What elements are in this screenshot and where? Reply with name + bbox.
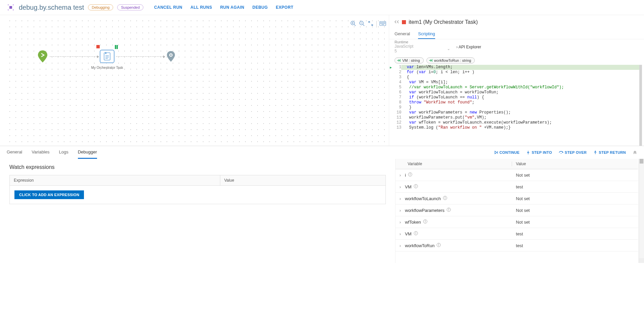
variable-row[interactable]: ›VM test — [396, 228, 638, 240]
variable-row[interactable]: ›i Not set — [396, 169, 638, 181]
header-actions: CANCEL RUN ALL RUNS RUN AGAIN DEBUG EXPO… — [154, 5, 293, 10]
chevron-right-icon[interactable]: › — [396, 243, 405, 248]
debug-actions: CONTINUE STEP INTO STEP OVER STEP RETURN — [494, 150, 637, 155]
breakpoint-icon[interactable] — [96, 45, 100, 48]
param-chip-workflow[interactable]: workflowToRun : string — [426, 57, 475, 63]
info-icon[interactable] — [447, 208, 451, 213]
step-over-icon — [559, 150, 563, 154]
workflow-end-node[interactable] — [166, 50, 176, 62]
workflow-task-label: My Orchestrator Task — [91, 66, 123, 70]
tab-variables-bottom[interactable]: Variables — [32, 146, 49, 159]
variable-name: workflowToRun — [405, 243, 512, 248]
debug-button[interactable]: DEBUG — [252, 5, 268, 10]
zoom-in-icon[interactable] — [350, 20, 356, 28]
toolbar-divider — [376, 21, 377, 28]
variable-row[interactable]: ›workflowToRun test — [396, 240, 638, 252]
step-into-button[interactable]: STEP INTO — [526, 150, 552, 154]
chevron-right-icon[interactable]: › — [396, 220, 405, 225]
svg-point-19 — [382, 24, 382, 24]
expand-panel-icon[interactable] — [633, 150, 637, 155]
step-return-button[interactable]: STEP RETURN — [593, 150, 626, 154]
variable-row[interactable]: ›wfToken Not set — [396, 216, 638, 228]
variable-value: Not set — [512, 208, 638, 213]
svg-point-29 — [170, 54, 172, 56]
svg-point-18 — [381, 24, 381, 24]
chevron-right-icon[interactable]: › — [396, 184, 405, 189]
info-icon[interactable] — [414, 184, 418, 189]
svg-rect-1 — [8, 4, 9, 5]
chevron-right-icon[interactable]: › — [396, 231, 405, 236]
variables-panel: Variable Value ›i Not set›VM test›workfl… — [396, 159, 644, 263]
chevron-right-icon[interactable]: › — [396, 208, 405, 213]
info-icon[interactable] — [408, 172, 412, 178]
chevron-right-icon[interactable]: › — [396, 196, 405, 201]
vars-col-value: Value — [512, 162, 638, 166]
variable-row[interactable]: ›workflowParameters Not set — [396, 205, 638, 216]
info-icon[interactable] — [423, 219, 427, 225]
variable-value: Not set — [512, 196, 638, 201]
input-param-icon — [429, 58, 433, 62]
variable-name: i — [405, 172, 512, 178]
chevron-right-icon[interactable]: › — [396, 173, 405, 178]
tab-scripting[interactable]: Scripting — [418, 29, 435, 39]
workflow-connector — [116, 56, 165, 57]
api-explorer-link[interactable]: › API Explorer — [456, 45, 481, 49]
variable-value: Not set — [512, 220, 638, 225]
watch-table-header: Expression Value — [10, 175, 385, 186]
variable-value: Not set — [512, 173, 638, 178]
current-line-icon: ▶ — [389, 65, 394, 70]
tab-general[interactable]: General — [395, 29, 410, 39]
workflow-task-node[interactable]: My Orchestrator Task — [100, 50, 114, 63]
param-chip-vm[interactable]: VM : string — [395, 57, 424, 63]
runtime-row: Runtime JavaScript 5 ⌄ › API Explorer — [389, 39, 644, 56]
variable-value: test — [512, 184, 638, 189]
collapse-panel-icon[interactable] — [395, 20, 399, 25]
scrollbar[interactable] — [639, 159, 644, 263]
svg-rect-24 — [104, 53, 110, 60]
tab-debugger-bottom[interactable]: Debugger — [78, 146, 97, 159]
keyboard-icon[interactable] — [379, 21, 386, 27]
page-title: debug.by.schema test — [19, 4, 84, 11]
svg-point-56 — [439, 244, 439, 244]
header: debug.by.schema test Debugging Suspended… — [0, 0, 644, 15]
svg-point-14 — [382, 22, 382, 23]
variable-name: wfToken — [405, 219, 512, 225]
workflow-start-node[interactable] — [37, 50, 48, 63]
watch-title: Watch expressions — [9, 164, 386, 170]
run-again-button[interactable]: RUN AGAIN — [220, 5, 244, 10]
tab-general-bottom[interactable]: General — [7, 146, 22, 159]
detail-header: item1 (My Orchestrator Task) — [389, 15, 644, 29]
workflow-canvas[interactable]: My Orchestrator Task — [7, 18, 389, 146]
variable-name: VM — [405, 231, 512, 236]
chevron-right-icon: › — [456, 45, 458, 49]
variable-name: workflowParameters — [405, 208, 512, 213]
svg-rect-3 — [8, 9, 9, 10]
code-content[interactable]: var len=VMs.length; for (var i=0; i < le… — [404, 65, 639, 146]
code-editor[interactable]: ▶ 12345678910111213 var len=VMs.length; … — [389, 65, 642, 146]
svg-point-21 — [384, 24, 384, 24]
info-icon[interactable] — [414, 231, 418, 236]
zoom-out-icon[interactable] — [359, 20, 365, 28]
export-button[interactable]: EXPORT — [276, 5, 293, 10]
step-over-button[interactable]: STEP OVER — [559, 150, 587, 154]
info-icon[interactable] — [436, 243, 441, 248]
info-icon[interactable] — [443, 196, 447, 201]
scrollbar-thumb[interactable] — [640, 159, 643, 164]
variable-row[interactable]: ›VM test — [396, 181, 638, 193]
detail-tabs: General Scripting — [389, 29, 644, 39]
watch-panel: Watch expressions Expression Value CLICK… — [0, 159, 396, 263]
badge-suspended: Suspended — [117, 4, 143, 10]
runtime-value: JavaScript 5 — [395, 44, 413, 53]
add-expression-button[interactable]: CLICK TO ADD AN EXPRESSION — [14, 190, 84, 199]
tab-logs-bottom[interactable]: Logs — [59, 146, 68, 159]
fit-screen-icon[interactable] — [368, 20, 374, 28]
all-runs-button[interactable]: ALL RUNS — [190, 5, 212, 10]
running-indicator-icon — [115, 45, 118, 49]
variable-row[interactable]: ›workflowToLaunch Not set — [396, 193, 638, 205]
cancel-run-button[interactable]: CANCEL RUN — [154, 5, 182, 10]
continue-button[interactable]: CONTINUE — [494, 150, 520, 154]
detail-title: item1 (My Orchestrator Task) — [409, 19, 478, 25]
runtime-label: Runtime — [395, 40, 408, 44]
workflow-diagram: My Orchestrator Task — [37, 50, 176, 63]
continue-icon — [494, 150, 498, 154]
